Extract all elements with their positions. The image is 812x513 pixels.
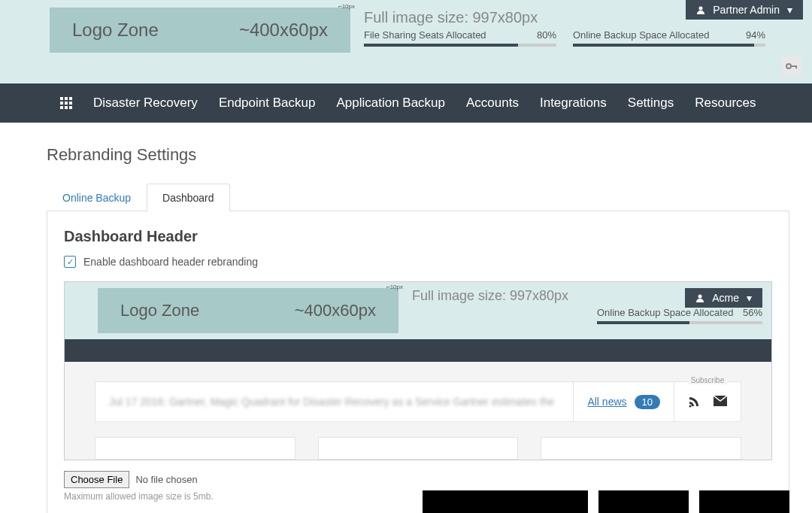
stat-value: 80% — [537, 29, 556, 41]
user-icon — [695, 293, 704, 302]
svg-rect-2 — [795, 65, 797, 68]
nav-integrations[interactable]: Integrations — [540, 96, 607, 111]
header-preview: Logo Zone ~400x60px ⌐10px Full image siz… — [64, 281, 772, 460]
news-count-badge: 10 — [635, 395, 660, 409]
file-status: No file chosen — [135, 474, 197, 485]
preview-user-menu[interactable]: Acme ▾ — [685, 288, 762, 308]
nav-settings[interactable]: Settings — [628, 96, 674, 111]
svg-rect-10 — [60, 106, 63, 109]
main-nav: Disaster Recovery Endpoint Backup Applic… — [0, 83, 812, 123]
redacted-block — [598, 490, 689, 513]
svg-rect-6 — [69, 97, 72, 100]
logo-zone-placeholder: Logo Zone ~400x60px ⌐10px — [50, 8, 350, 53]
tab-online-backup[interactable]: Online Backup — [47, 184, 147, 211]
redacted-footer — [0, 490, 812, 513]
mail-icon[interactable] — [714, 396, 727, 408]
stat-value: 94% — [746, 29, 765, 41]
all-news-link[interactable]: All news — [587, 396, 626, 408]
svg-rect-7 — [60, 102, 63, 105]
checkbox-label: Enable dashboard header rebranding — [83, 256, 258, 268]
tab-pane-dashboard: Dashboard Header ✓ Enable dashboard head… — [47, 211, 789, 513]
apps-grid-icon[interactable] — [60, 97, 72, 109]
svg-rect-4 — [60, 97, 63, 100]
nav-endpoint-backup[interactable]: Endpoint Backup — [219, 96, 316, 111]
preview-card-row — [95, 437, 741, 460]
svg-point-13 — [698, 295, 702, 299]
stat-online-backup: Online Backup Space Allocated 94% — [573, 29, 765, 76]
stat-label: Online Backup Space Allocated — [573, 29, 709, 41]
stat-file-sharing: File Sharing Seats Allocated 80% — [364, 29, 556, 76]
tab-dashboard[interactable]: Dashboard — [147, 184, 230, 211]
svg-rect-12 — [69, 106, 72, 109]
svg-rect-11 — [65, 106, 68, 109]
redacted-block — [423, 490, 588, 513]
news-text-blurred: Jul 17 2016: Gartner, Magic Quadrant for… — [95, 396, 573, 408]
stat-bar — [573, 44, 765, 47]
enable-rebranding-row: ✓ Enable dashboard header rebranding — [64, 256, 772, 268]
svg-point-0 — [786, 64, 791, 68]
svg-rect-8 — [65, 102, 68, 105]
section-title: Dashboard Header — [64, 228, 772, 245]
preview-card — [318, 437, 519, 460]
preview-stat-label: Online Backup Space Allocated — [597, 307, 733, 318]
tabs: Online Backup Dashboard — [47, 183, 789, 211]
preview-nav-bar — [65, 339, 771, 362]
preview-stat-value: 56% — [743, 307, 762, 318]
svg-point-3 — [699, 7, 703, 11]
preview-logo-label: Logo Zone — [120, 301, 199, 320]
news-bar: Jul 17 2016: Gartner, Magic Quadrant for… — [95, 381, 741, 422]
preview-card — [541, 437, 741, 460]
nav-disaster-recovery[interactable]: Disaster Recovery — [93, 96, 198, 111]
subscribe-label: Subscribe — [688, 376, 727, 384]
page-body: Rebranding Settings Online Backup Dashbo… — [0, 123, 812, 513]
file-chooser-row: Choose File No file chosen — [64, 471, 772, 488]
corner-tick-icon: ⌐10px — [386, 284, 403, 290]
user-menu[interactable]: Partner Admin ▾ — [686, 0, 803, 20]
stat-label: File Sharing Seats Allocated — [364, 29, 486, 41]
logo-zone-label: Logo Zone — [72, 20, 159, 41]
nav-resources[interactable]: Resources — [695, 96, 756, 111]
user-icon — [696, 5, 705, 14]
preview-card — [95, 437, 295, 460]
svg-rect-9 — [69, 102, 72, 105]
enable-rebranding-checkbox[interactable]: ✓ — [64, 256, 76, 268]
nav-accounts[interactable]: Accounts — [466, 96, 519, 111]
key-icon-button[interactable] — [782, 56, 801, 76]
choose-file-button[interactable]: Choose File — [64, 471, 129, 488]
nav-application-backup[interactable]: Application Backup — [336, 96, 445, 111]
rss-icon[interactable] — [688, 396, 700, 408]
user-label: Partner Admin — [713, 4, 780, 16]
top-header: Logo Zone ~400x60px ⌐10px Full image siz… — [0, 0, 812, 83]
redacted-block — [699, 490, 789, 513]
preview-user-label: Acme — [712, 292, 739, 304]
subscribe-cell: Subscribe — [674, 382, 741, 421]
chevron-down-icon: ▾ — [787, 4, 792, 16]
preview-stat-bar — [597, 321, 762, 324]
preview-logo-size: ~400x60px — [295, 301, 376, 320]
svg-rect-5 — [65, 97, 68, 100]
logo-zone-size: ~400x60px — [239, 20, 328, 41]
preview-body: Jul 17 2016: Gartner, Magic Quadrant for… — [65, 362, 771, 460]
corner-tick-icon: ⌐10px — [338, 3, 355, 10]
preview-logo-zone: Logo Zone ~400x60px ⌐10px — [98, 288, 398, 333]
all-news-cell: All news 10 — [573, 382, 674, 421]
chevron-down-icon: ▾ — [747, 292, 752, 304]
stat-bar — [364, 44, 556, 47]
page-title: Rebranding Settings — [47, 145, 789, 165]
preview-header: Logo Zone ~400x60px ⌐10px Full image siz… — [65, 282, 771, 339]
